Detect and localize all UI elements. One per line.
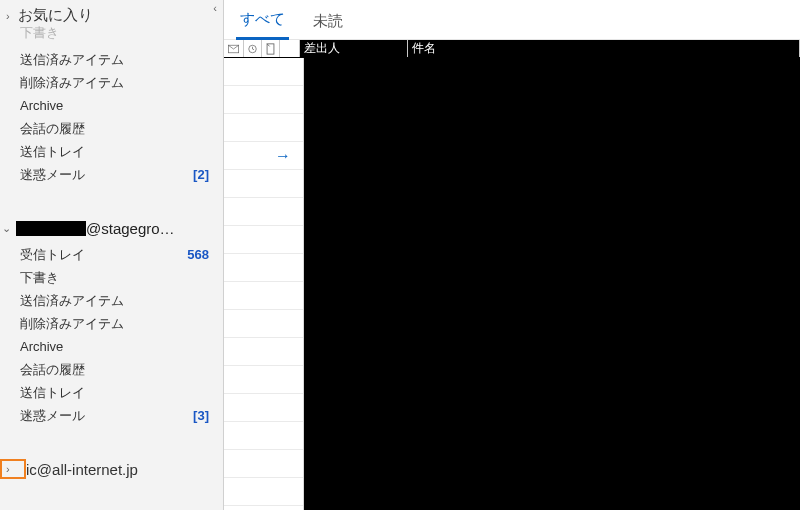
folder-item[interactable]: 迷惑メール [3] [0,404,223,427]
message-row[interactable] [224,394,303,422]
folder-item[interactable]: 送信トレイ [0,140,223,163]
folder-item[interactable]: Archive [0,335,223,358]
message-row[interactable]: → [224,142,303,170]
folder-label: 下書き [20,269,59,287]
chevron-right-icon: › [4,463,18,475]
folder-label: 迷惑メール [20,166,85,184]
folder-item[interactable]: 下書き [0,266,223,289]
col-envelope-icon[interactable] [224,40,244,57]
message-row[interactable] [224,422,303,450]
folder-label: 会話の履歴 [20,361,85,379]
account-suffix: @stagegro… [86,220,175,237]
chevron-right-icon: › [6,10,18,22]
folder-item[interactable]: 送信済みアイテム [0,48,223,71]
message-row[interactable] [224,338,303,366]
col-subject-label: 件名 [412,40,436,57]
chevron-down-icon: ⌄ [2,222,16,235]
folder-item[interactable]: 下書き [0,25,223,48]
account-header-allinternet[interactable]: › ic@all-internet.jp [0,455,223,483]
folder-item[interactable]: 削除済みアイテム [0,71,223,94]
folder-label: 送信済みアイテム [20,292,124,310]
account1-folder-list: 受信トレイ 568 下書き 送信済みアイテム 削除済みアイテム Archive … [0,243,223,427]
highlight-box: › [0,459,26,479]
folder-label: 下書き [20,24,59,42]
message-row[interactable] [224,58,303,86]
folder-label: Archive [20,339,63,354]
message-row[interactable] [224,478,303,506]
favorites-label: お気に入り [18,6,93,25]
folder-label: 送信済みアイテム [20,51,124,69]
col-attachment-icon[interactable] [262,40,280,57]
folder-label: 削除済みアイテム [20,74,124,92]
message-list[interactable]: → [224,58,304,510]
account-label: ic@all-internet.jp [26,461,138,478]
message-row[interactable] [224,310,303,338]
col-reminder-icon[interactable] [244,40,262,57]
filter-tabs: すべて 未読 [224,0,800,40]
folder-sidebar: ‹ › お気に入り 下書き 送信済みアイテム 削除済みアイテム Archive … [0,0,224,510]
message-row[interactable] [224,254,303,282]
col-sender-label: 差出人 [304,40,340,57]
folder-count: [3] [193,408,209,423]
folder-label: 削除済みアイテム [20,315,124,333]
folder-label: 会話の履歴 [20,120,85,138]
tab-all[interactable]: すべて [236,4,289,40]
folder-item[interactable]: Archive [0,94,223,117]
folder-count: 568 [187,247,209,262]
folder-label: 受信トレイ [20,246,85,264]
message-row[interactable] [224,86,303,114]
folder-item[interactable]: 削除済みアイテム [0,312,223,335]
forward-arrow-icon: → [275,147,291,165]
col-flag-icon[interactable] [280,40,300,57]
collapse-sidebar-icon[interactable]: ‹ [213,2,217,14]
folder-count: [2] [193,167,209,182]
folder-item[interactable]: 送信トレイ [0,381,223,404]
message-row[interactable] [224,114,303,142]
message-row[interactable] [224,226,303,254]
folder-label: 送信トレイ [20,384,85,402]
folder-item[interactable]: 送信済みアイテム [0,289,223,312]
message-row[interactable] [224,282,303,310]
folder-item[interactable]: 迷惑メール [2] [0,163,223,186]
reading-pane [304,58,800,510]
folder-label: 送信トレイ [20,143,85,161]
message-row[interactable] [224,170,303,198]
folder-label: 迷惑メール [20,407,85,425]
message-row[interactable] [224,366,303,394]
folder-label: Archive [20,98,63,113]
redacted-text [16,221,86,236]
tab-unread[interactable]: 未読 [309,6,347,39]
favorites-folder-list: 下書き 送信済みアイテム 削除済みアイテム Archive 会話の履歴 送信トレ… [0,25,223,186]
account-header-stagegro[interactable]: ⌄ @stagegro… [0,214,223,243]
col-sender[interactable]: 差出人 [300,40,408,57]
column-headers: 差出人 件名 [224,40,800,58]
message-row[interactable] [224,450,303,478]
body-split: → [224,58,800,510]
col-subject[interactable]: 件名 [408,40,800,57]
main-area: すべて 未読 差出人 件名 → [224,0,800,510]
folder-item[interactable]: 会話の履歴 [0,117,223,140]
folder-inbox[interactable]: 受信トレイ 568 [0,243,223,266]
message-row[interactable] [224,198,303,226]
folder-item[interactable]: 会話の履歴 [0,358,223,381]
